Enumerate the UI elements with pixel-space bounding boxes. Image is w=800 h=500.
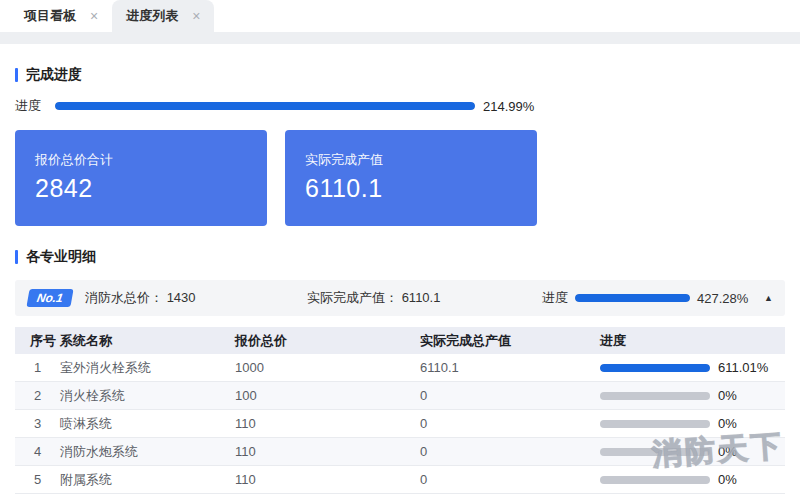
section-title-completion-text: 完成进度 — [26, 66, 82, 84]
row-progress-bar — [600, 420, 710, 428]
rank-badge-text: No.1 — [36, 291, 64, 305]
summary-progress-bar — [575, 294, 690, 302]
row-progress-percent: 0% — [718, 472, 737, 487]
col-header-quote-price: 报价总价 — [235, 332, 420, 350]
col-header-actual-output: 实际完成总产值 — [420, 332, 600, 350]
summary-progress-fill — [575, 294, 690, 302]
tab-strip-divider — [0, 32, 800, 44]
summary-actual-value: 6110.1 — [402, 290, 441, 305]
cell-progress: 611.01% — [600, 360, 785, 375]
summary-quote: 消防水总价： 1430 — [85, 289, 307, 307]
section-title-completion: 完成进度 — [15, 65, 785, 85]
cell-actual-output: 0 — [420, 444, 600, 459]
col-header-system-name: 系统名称 — [60, 332, 235, 350]
title-marker — [15, 250, 18, 264]
overall-progress-row: 进度 214.99% — [15, 98, 785, 114]
stat-card-actual-output: 实际完成产值 6110.1 — [285, 130, 537, 226]
summary-quote-label: 消防水总价： — [85, 290, 163, 305]
table-row[interactable]: 5 附属系统 110 0 0% — [15, 466, 785, 494]
summary-progress-label: 进度 — [542, 289, 568, 307]
col-header-progress: 进度 — [600, 332, 785, 350]
cell-progress: 0% — [600, 472, 785, 487]
row-progress-bar — [600, 392, 710, 400]
cell-actual-output: 0 — [420, 388, 600, 403]
overall-progress-label: 进度 — [15, 97, 55, 115]
table-row[interactable]: 4 消防水炮系统 110 0 0% — [15, 438, 785, 466]
table-row[interactable]: 3 喷淋系统 110 0 0% — [15, 410, 785, 438]
cell-progress: 0% — [600, 444, 785, 459]
col-header-index: 序号 — [15, 332, 60, 350]
row-progress-percent: 0% — [718, 444, 737, 459]
section-title-detail: 各专业明细 — [15, 247, 785, 267]
rank-badge: No.1 — [26, 289, 73, 307]
cell-quote-price: 1000 — [235, 360, 420, 375]
row-progress-bar — [600, 448, 710, 456]
cell-index: 1 — [15, 360, 60, 375]
row-progress-percent: 0% — [718, 388, 737, 403]
tab-project-board[interactable]: 项目看板 × — [10, 0, 112, 32]
cell-index: 3 — [15, 416, 60, 431]
table-row[interactable]: 2 消火栓系统 100 0 0% — [15, 382, 785, 410]
section-title-detail-text: 各专业明细 — [26, 248, 96, 266]
cell-progress: 0% — [600, 388, 785, 403]
summary-actual-label: 实际完成产值： — [307, 290, 398, 305]
systems-table: 序号 系统名称 报价总价 实际完成总产值 进度 1 室外消火栓系统 1000 6… — [15, 327, 785, 494]
cell-system-name: 附属系统 — [60, 471, 235, 489]
tab-project-board-label: 项目看板 — [24, 7, 76, 25]
cell-actual-output: 0 — [420, 472, 600, 487]
stat-card-value: 2842 — [35, 174, 247, 203]
cell-progress: 0% — [600, 416, 785, 431]
row-progress-bar — [600, 364, 710, 372]
summary-progress: 进度 427.28% — [542, 289, 748, 307]
stat-cards: 报价总价合计 2842 实际完成产值 6110.1 — [15, 130, 785, 226]
cell-index: 4 — [15, 444, 60, 459]
tab-progress-list-label: 进度列表 — [126, 7, 178, 25]
summary-actual: 实际完成产值： 6110.1 — [307, 289, 542, 307]
overall-progress-fill — [55, 102, 475, 110]
table-row[interactable]: 1 室外消火栓系统 1000 6110.1 611.01% — [15, 354, 785, 382]
title-marker — [15, 68, 18, 82]
close-icon[interactable]: × — [90, 9, 98, 23]
row-progress-percent: 611.01% — [718, 360, 768, 375]
cell-quote-price: 110 — [235, 472, 420, 487]
cell-quote-price: 110 — [235, 444, 420, 459]
cell-quote-price: 100 — [235, 388, 420, 403]
stat-card-label: 实际完成产值 — [305, 151, 517, 169]
overall-progress-percent: 214.99% — [483, 99, 534, 114]
cell-system-name: 消防水炮系统 — [60, 443, 235, 461]
cell-index: 5 — [15, 472, 60, 487]
cell-actual-output: 0 — [420, 416, 600, 431]
stat-card-quote-total: 报价总价合计 2842 — [15, 130, 267, 226]
cell-actual-output: 6110.1 — [420, 360, 600, 375]
cell-system-name: 消火栓系统 — [60, 387, 235, 405]
page-content: 完成进度 进度 214.99% 报价总价合计 2842 实际完成产值 6110.… — [0, 65, 800, 494]
summary-progress-percent: 427.28% — [697, 291, 748, 306]
specialty-summary-row[interactable]: No.1 消防水总价： 1430 实际完成产值： 6110.1 进度 427.2… — [15, 280, 785, 316]
tab-bar: 项目看板 × 进度列表 × — [0, 0, 800, 32]
cell-system-name: 喷淋系统 — [60, 415, 235, 433]
cell-index: 2 — [15, 388, 60, 403]
table-header-row: 序号 系统名称 报价总价 实际完成总产值 进度 — [15, 327, 785, 354]
cell-quote-price: 110 — [235, 416, 420, 431]
cell-system-name: 室外消火栓系统 — [60, 359, 235, 377]
row-progress-bar — [600, 476, 710, 484]
collapse-arrow-icon[interactable]: ▲ — [764, 293, 773, 303]
stat-card-value: 6110.1 — [305, 174, 517, 203]
tab-progress-list[interactable]: 进度列表 × — [112, 0, 214, 32]
row-progress-percent: 0% — [718, 416, 737, 431]
stat-card-label: 报价总价合计 — [35, 151, 247, 169]
overall-progress-bar — [55, 102, 475, 110]
table-body: 1 室外消火栓系统 1000 6110.1 611.01% 2 消火栓系统 10… — [15, 354, 785, 494]
close-icon[interactable]: × — [192, 9, 200, 23]
summary-quote-value: 1430 — [167, 290, 196, 305]
